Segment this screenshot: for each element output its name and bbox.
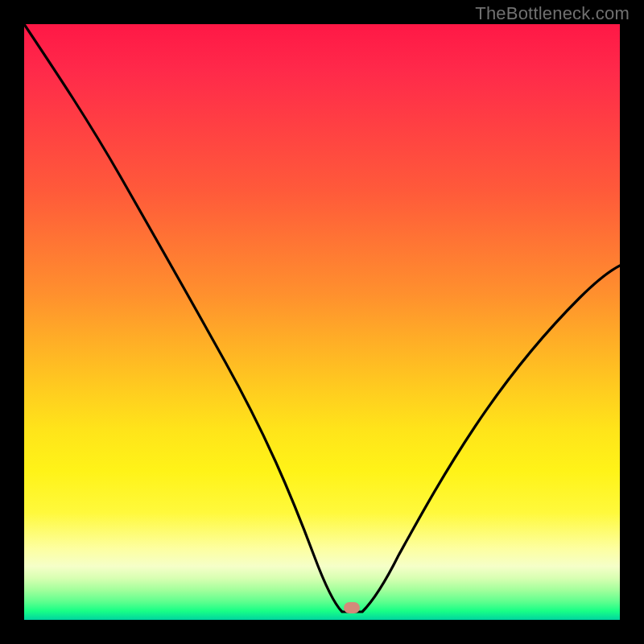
watermark-text: TheBottleneck.com bbox=[475, 3, 630, 24]
line-chart bbox=[24, 24, 620, 620]
optimum-marker bbox=[344, 602, 360, 613]
chart-frame: TheBottleneck.com bbox=[0, 0, 644, 644]
bottleneck-curve bbox=[24, 24, 620, 612]
plot-area bbox=[24, 24, 620, 620]
